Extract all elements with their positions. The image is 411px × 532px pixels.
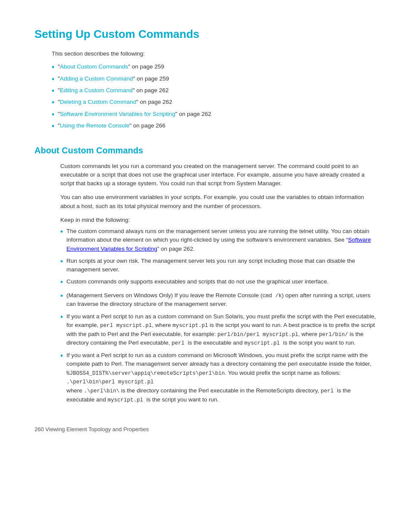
code-perl-1: perl myscript.pl	[100, 323, 152, 329]
toc-link-2[interactable]: Adding a Custom Command	[60, 75, 133, 82]
body-para-3: Keep in mind the following:	[60, 216, 377, 224]
bullet-list: The custom command always runs on the ma…	[60, 227, 377, 404]
code-perl-script-block: .\perl\bin\perl myscript.pl	[66, 379, 154, 385]
bullet-item-1: The custom command always runs on the ma…	[60, 227, 377, 253]
body-para-1: Custom commands let you run a command yo…	[60, 162, 377, 188]
bullet-item-4: (Management Servers on Windows Only) If …	[60, 291, 377, 309]
code-jboss-path: %JBOSS4_DIST%\server\appiq\remoteScripts…	[66, 370, 225, 376]
toc-item-3: "Editing a Custom Command" on page 262	[52, 86, 377, 96]
bullet-item-2: Run scripts at your own risk. The manage…	[60, 257, 377, 274]
page-title: Setting Up Custom Commands	[34, 26, 377, 43]
toc-link-6[interactable]: Using the Remote Console	[60, 122, 129, 129]
bullet-link-1[interactable]: Software Environment Variables for Scrip…	[66, 236, 371, 252]
code-myscript-win: myscript.pl	[108, 397, 143, 403]
code-myscript-1: myscript.pl	[172, 323, 208, 329]
toc-link-3[interactable]: Editing a Custom Command	[60, 87, 133, 93]
code-perl-2: perl/bin/perl myscript.pl	[218, 332, 299, 338]
code-perl-3: perl	[171, 340, 184, 346]
code-cmd: cmd /k	[262, 293, 282, 299]
toc-item-2: "Adding a Custom Command" on page 259	[52, 75, 377, 84]
code-perl-exec: perl	[321, 388, 334, 394]
code-perlbin: perl/bin/	[319, 332, 348, 338]
section2-title: About Custom Commands	[34, 144, 377, 157]
toc-list: "About Custom Commands" on page 259 "Add…	[52, 62, 377, 131]
page-footer: 260 Viewing Element Topology and Propert…	[34, 425, 377, 434]
body-para-2: You can also use environment variables i…	[60, 193, 377, 211]
toc-link-5[interactable]: Software Environment Variables for Scrip…	[60, 111, 175, 117]
bullet-item-3: Custom commands only supports executable…	[60, 277, 377, 287]
bullet-item-6: If you want a Perl script to run as a cu…	[60, 351, 377, 404]
code-perlbin-win: .\perl\bin\	[84, 388, 120, 394]
toc-item-5: "Software Environment Variables for Scri…	[52, 110, 377, 120]
code-myscript-2: myscript.pl	[244, 340, 280, 346]
toc-item-6: "Using the Remote Console" on page 266	[52, 121, 377, 131]
bullet-item-5: If you want a Perl script to run as a cu…	[60, 312, 377, 348]
toc-item-1: "About Custom Commands" on page 259	[52, 62, 377, 72]
intro-text: This section describes the following:	[52, 50, 377, 58]
toc-item-4: "Deleting a Custom Command" on page 262	[52, 98, 377, 108]
toc-link-4[interactable]: Deleting a Custom Command	[60, 99, 136, 105]
toc-link-1[interactable]: About Custom Commands	[60, 63, 128, 70]
